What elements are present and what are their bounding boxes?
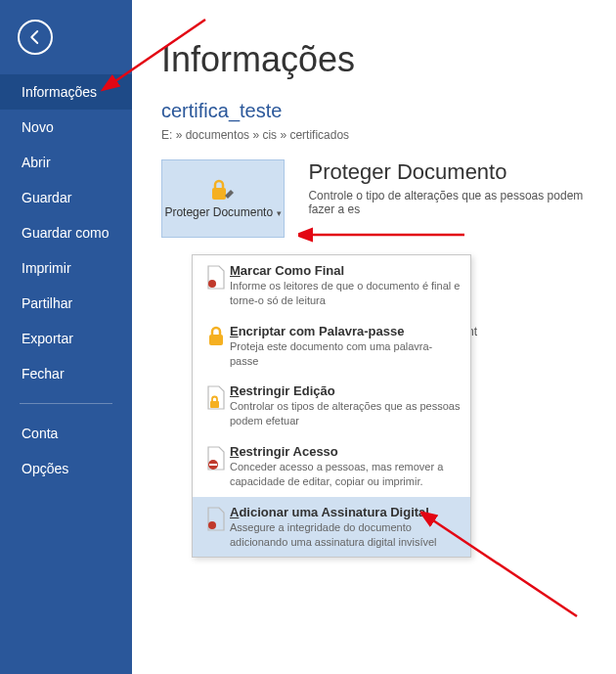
dropdown-item-desc: Assegure a integridade do documento adic… — [230, 520, 461, 550]
page-title: Informações — [161, 39, 616, 80]
lock-icon — [205, 326, 227, 347]
sidebar-item-opcoes[interactable]: Opções — [0, 451, 132, 486]
dropdown-arrow-icon: ▾ — [274, 208, 282, 218]
dropdown-item-title: Adicionar uma Assinatura Digital — [230, 505, 461, 519]
sidebar-item-novo[interactable]: Novo — [0, 110, 132, 145]
document-lock-icon — [205, 385, 227, 411]
svg-point-1 — [208, 280, 216, 288]
sidebar-item-guardar-como[interactable]: Guardar como — [0, 215, 132, 250]
main-panel: Informações certifica_teste E: » documen… — [132, 0, 616, 238]
svg-point-6 — [208, 521, 216, 529]
svg-rect-3 — [210, 401, 219, 408]
sidebar-item-exportar[interactable]: Exportar — [0, 321, 132, 356]
dropdown-item-desc: Proteja este documento com uma palavra-p… — [230, 339, 461, 369]
protect-document-dropdown: Marcar Como FinalInforme os leitores de … — [192, 254, 471, 558]
document-signature-icon — [205, 507, 227, 532]
protect-section-title: Proteger Documento — [308, 159, 601, 185]
sidebar-item-imprimir[interactable]: Imprimir — [0, 250, 132, 286]
sidebar-item-abrir[interactable]: Abrir — [0, 145, 132, 180]
protect-document-button[interactable]: Proteger Documento ▾ — [161, 159, 285, 238]
arrow-left-icon — [26, 28, 44, 46]
dropdown-item-title: Encriptar com Palavra-passe — [230, 324, 461, 338]
dropdown-item-title: Restringir Edição — [230, 383, 461, 398]
dropdown-restrict-access[interactable]: Restringir AcessoConceder acesso a pesso… — [193, 436, 470, 497]
dropdown-add-digital-signature[interactable]: Adicionar uma Assinatura DigitalAssegure… — [193, 497, 470, 558]
svg-rect-5 — [209, 464, 217, 466]
dropdown-item-desc: Informe os leitores de que o documento é… — [230, 279, 461, 308]
sidebar-separator — [20, 403, 112, 404]
lock-key-icon — [208, 178, 238, 203]
protect-button-label: Proteger Documento — [164, 205, 273, 219]
dropdown-mark-as-final[interactable]: Marcar Como FinalInforme os leitores de … — [193, 255, 470, 316]
document-path: E: » documentos » cis » certificados — [161, 128, 616, 142]
dropdown-item-title: Marcar Como Final — [230, 263, 461, 278]
document-no-entry-icon — [205, 446, 227, 472]
dropdown-restrict-editing[interactable]: Restringir EdiçãoControlar os tipos de a… — [193, 376, 470, 436]
dropdown-item-desc: Conceder acesso a pessoas, mas remover a… — [230, 460, 461, 489]
sidebar-item-fechar[interactable]: Fechar — [0, 356, 132, 391]
document-final-icon — [205, 265, 227, 291]
svg-rect-0 — [212, 188, 226, 200]
sidebar-item-conta[interactable]: Conta — [0, 416, 132, 451]
sidebar-item-partilhar[interactable]: Partilhar — [0, 286, 132, 321]
svg-rect-2 — [209, 335, 223, 345]
dropdown-encrypt-password[interactable]: Encriptar com Palavra-passeProteja este … — [193, 316, 470, 377]
backstage-sidebar: Informações Novo Abrir Guardar Guardar c… — [0, 0, 132, 674]
back-button[interactable] — [18, 20, 53, 55]
sidebar-item-informacoes[interactable]: Informações — [0, 74, 132, 110]
protect-section-desc: Controle o tipo de alterações que as pes… — [308, 189, 601, 216]
document-name: certifica_teste — [161, 100, 616, 122]
dropdown-item-desc: Controlar os tipos de alterações que as … — [230, 399, 461, 428]
sidebar-item-guardar[interactable]: Guardar — [0, 180, 132, 215]
dropdown-item-title: Restringir Acesso — [230, 444, 461, 459]
